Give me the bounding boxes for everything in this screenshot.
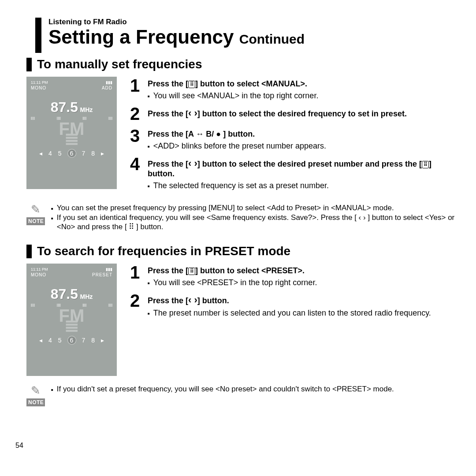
device-frequency: 87.5: [51, 286, 78, 302]
note-text: If you set an identical frequency, you w…: [57, 213, 458, 231]
chevron-lr-icon: [188, 109, 197, 118]
step-text: Press the [A ↔ B/ ● ] button.: [148, 130, 255, 138]
title-main: Setting a Frequency: [48, 26, 234, 48]
pencil-icon: ✎: [26, 203, 45, 216]
device-presets: ◂ 4 5 6 7 8 ▸: [31, 336, 112, 344]
battery-icon: ▮▮▮: [106, 80, 112, 85]
step-number: 2: [130, 292, 142, 318]
step-bullet: The selected frequency is set as a prese…: [153, 181, 329, 190]
preset-num: 8: [91, 337, 95, 344]
bullet-icon: ■: [148, 312, 150, 318]
fm-icon: FM≣: [31, 311, 112, 330]
step-text: Press the [: [148, 79, 188, 88]
device-mode-right: PRESET: [92, 272, 112, 277]
step-text: ] button to select the desired preset nu…: [197, 160, 422, 168]
step-text: Press the [: [148, 109, 188, 118]
grid-icon: ⠿: [422, 161, 429, 169]
note-text: You can set the preset frequency by pres…: [57, 204, 394, 212]
device-mode-left: MONO: [31, 86, 46, 90]
device-presets: ◂ 4 5 6 7 8 ▸: [31, 149, 112, 157]
preset-num-selected: 6: [68, 149, 76, 157]
step-text: ] button to select the desired frequency…: [197, 109, 407, 118]
step-bullet: The preset number is selected and you ca…: [153, 309, 431, 318]
step-text: Press the [: [148, 160, 188, 168]
battery-icon: ▮▮▮: [106, 267, 112, 271]
preset-num: 7: [82, 150, 86, 157]
step-text: Press the [: [148, 296, 188, 305]
step-number: 4: [130, 155, 142, 190]
bullet-icon: ■: [148, 145, 150, 151]
preset-num: 4: [48, 150, 52, 157]
device-unit: MHz: [80, 293, 93, 300]
step-number: 1: [130, 77, 142, 100]
bullet-icon: ■: [51, 216, 53, 231]
bullet-icon: ■: [51, 207, 53, 212]
preset-num: 5: [58, 150, 62, 157]
step-bullet: <ADD> blinks before the preset number ap…: [153, 141, 326, 151]
grid-icon: ⠿: [188, 268, 195, 275]
step-text: Press the [: [148, 266, 188, 275]
device-mode-left: MONO: [31, 272, 46, 277]
title-continued: Continued: [239, 32, 305, 46]
device-mode-right: ADD: [102, 86, 112, 90]
step-bullet: You will see <PRESET> in the top right c…: [153, 278, 317, 287]
bullet-icon: ■: [148, 184, 150, 190]
note-text: If you didn't set a preset frequency, yo…: [57, 385, 394, 394]
preset-num: 4: [48, 337, 52, 344]
step-number: 3: [130, 127, 142, 151]
bullet-icon: ■: [148, 281, 150, 287]
bullet-icon: ■: [148, 94, 150, 100]
step-text: ] button to select <MANUAL>.: [195, 79, 307, 88]
page-number: 54: [15, 442, 23, 450]
preset-num: 8: [91, 150, 95, 157]
fm-icon: FM≣: [31, 124, 112, 143]
pencil-icon: ✎: [26, 384, 45, 398]
section-heading: To manually set frequencies: [37, 58, 202, 71]
device-screenshot-manual: 11:11 PM▮▮▮ MONOADD 87.5 MHz |||||||||||…: [26, 77, 117, 189]
device-time: 11:11 PM: [31, 80, 48, 85]
section-heading: To search for frequencies in PRESET mode: [37, 245, 290, 258]
device-frequency: 87.5: [51, 99, 78, 115]
page-title: Setting a Frequency Continued: [48, 27, 458, 47]
step-text: ] button.: [197, 296, 229, 305]
note-label: NOTE: [26, 398, 45, 406]
device-time: 11:11 PM: [31, 267, 48, 271]
note-label: NOTE: [26, 217, 45, 225]
preset-num: 7: [82, 337, 86, 344]
bullet-icon: ■: [51, 388, 53, 394]
device-screenshot-preset: 11:11 PM▮▮▮ MONOPRESET 87.5 MHz ||||||||…: [26, 264, 117, 376]
preset-num-selected: 6: [68, 336, 76, 344]
step-number: 1: [130, 264, 142, 287]
breadcrumb: Listening to FM Radio: [48, 18, 458, 26]
device-unit: MHz: [80, 106, 93, 113]
chevron-lr-icon: [188, 160, 197, 168]
chevron-lr-icon: [188, 296, 197, 305]
step-bullet: You will see <MANUAL> in the top right c…: [153, 91, 319, 100]
step-number: 2: [130, 105, 142, 123]
grid-icon: ⠿: [188, 81, 195, 89]
preset-num: 5: [58, 337, 62, 344]
step-text: ] button to select <PRESET>.: [195, 266, 305, 275]
